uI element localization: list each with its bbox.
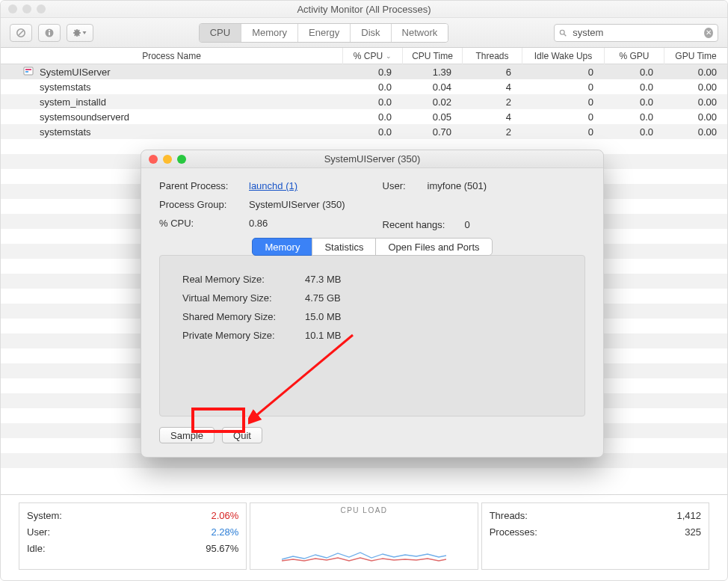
process-info-dialog: SystemUIServer (350) Parent Process:laun… xyxy=(141,150,604,458)
cpu-summary-panel: System:2.06% User:2.28% Idle:95.67% CPU … xyxy=(1,494,727,580)
tab-network[interactable]: Network xyxy=(391,24,448,42)
column-idle-wake-ups[interactable]: Idle Wake Ups xyxy=(522,48,604,64)
svg-line-15 xyxy=(564,34,567,36)
close-icon[interactable] xyxy=(8,4,17,13)
svg-rect-7 xyxy=(76,34,78,36)
table-row[interactable]: system_installd 0.0 0.02 2 0 0.0 0.00 xyxy=(1,94,727,109)
tab-cpu[interactable]: CPU xyxy=(200,24,241,42)
options-button[interactable] xyxy=(67,24,93,42)
column-process-name[interactable]: Process Name xyxy=(1,48,342,64)
window-title: Activity Monitor (All Processes) xyxy=(1,4,727,15)
search-field[interactable]: ✕ xyxy=(554,24,718,42)
column-gpu[interactable]: % GPU xyxy=(604,48,664,64)
dialog-title: SystemUIServer (350) xyxy=(141,153,603,165)
idle-cpu-value: 95.67% xyxy=(206,541,238,557)
sample-button[interactable]: Sample xyxy=(159,427,215,443)
process-icon xyxy=(23,67,34,77)
column-cpu[interactable]: % CPU⌄ xyxy=(342,48,402,64)
thread-process-box: Threads:1,412 Processes:325 xyxy=(481,502,709,570)
svg-point-4 xyxy=(49,29,50,31)
parent-process-link[interactable]: launchd (1) xyxy=(249,180,297,191)
table-row[interactable]: systemstats 0.0 0.70 2 0 0.0 0.00 xyxy=(1,124,727,139)
search-input[interactable] xyxy=(571,26,700,39)
table-row[interactable]: systemsoundserverd 0.0 0.05 4 0 0.0 0.00 xyxy=(1,109,727,124)
svg-rect-3 xyxy=(49,32,50,35)
sparkline-icon xyxy=(282,546,446,562)
system-cpu-value: 2.06% xyxy=(211,508,238,524)
svg-point-14 xyxy=(560,30,564,34)
cpu-load-graph: CPU LOAD xyxy=(250,502,478,570)
tab-memory[interactable]: Memory xyxy=(241,24,297,42)
tab-disk[interactable]: Disk xyxy=(350,24,390,42)
column-cpu-time[interactable]: CPU Time xyxy=(402,48,462,64)
column-threads[interactable]: Threads xyxy=(462,48,522,64)
svg-rect-17 xyxy=(25,69,31,70)
search-icon xyxy=(559,28,567,37)
table-row[interactable]: systemstats 0.0 0.04 4 0 0.0 0.00 xyxy=(1,79,727,94)
svg-line-1 xyxy=(19,31,23,35)
quit-button[interactable]: Quit xyxy=(222,427,262,443)
table-row[interactable]: SystemUIServer 0.9 1.39 6 0 0.0 0.00 xyxy=(1,64,727,79)
dialog-tab-files[interactable]: Open Files and Ports xyxy=(375,238,492,256)
clear-search-icon[interactable]: ✕ xyxy=(704,28,713,38)
window-controls xyxy=(1,4,46,13)
titlebar: Activity Monitor (All Processes) xyxy=(1,1,727,18)
minimize-icon[interactable] xyxy=(22,4,31,13)
table-header: Process Name % CPU⌄ CPU Time Threads Idl… xyxy=(1,48,727,64)
category-tabs: CPU Memory Energy Disk Network xyxy=(199,23,449,43)
toolbar: CPU Memory Energy Disk Network ✕ xyxy=(1,18,727,48)
svg-rect-9 xyxy=(79,32,81,34)
dialog-tab-statistics[interactable]: Statistics xyxy=(312,238,376,256)
column-gpu-time[interactable]: GPU Time xyxy=(664,48,727,64)
dialog-tabs: Memory Statistics Open Files and Ports xyxy=(159,238,585,256)
cpu-percent-box: System:2.06% User:2.28% Idle:95.67% xyxy=(19,502,247,570)
memory-panel: Real Memory Size:47.3 MB Virtual Memory … xyxy=(159,255,585,416)
svg-rect-8 xyxy=(73,32,75,34)
stop-process-button[interactable] xyxy=(10,24,32,42)
svg-rect-18 xyxy=(25,71,28,73)
zoom-icon[interactable] xyxy=(37,4,46,13)
sort-indicator-icon: ⌄ xyxy=(386,52,392,60)
processes-value: 325 xyxy=(685,524,701,541)
user-cpu-value: 2.28% xyxy=(211,524,238,541)
inspect-process-button[interactable] xyxy=(38,24,61,42)
tab-energy[interactable]: Energy xyxy=(297,24,350,42)
threads-value: 1,412 xyxy=(676,508,701,524)
svg-rect-6 xyxy=(76,29,78,31)
dialog-tab-memory[interactable]: Memory xyxy=(252,238,312,256)
